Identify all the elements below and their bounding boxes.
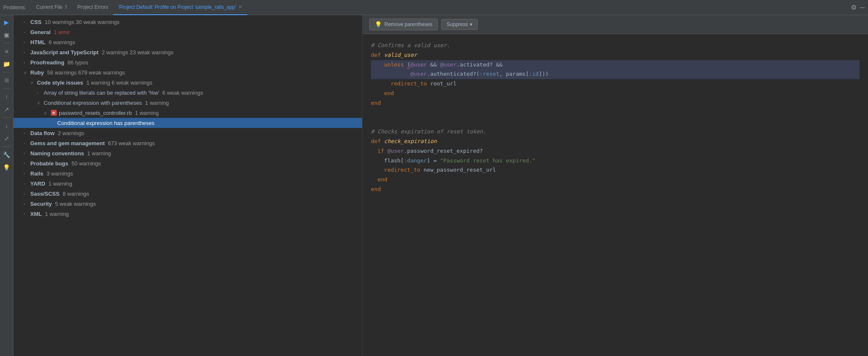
tree-item-password-resets[interactable]: ∨ R password_resets_controller.rb 1 warn… [13, 108, 362, 118]
remove-parens-label: Remove parentheses [384, 21, 432, 27]
layout-button[interactable]: ▣ [1, 29, 12, 40]
chevron-icon: › [37, 90, 44, 95]
tree-item-code-style[interactable]: ∨ Code style issues 1 warning 6 weak war… [13, 77, 362, 88]
down-button[interactable]: ↓ [1, 120, 12, 131]
filter-icon: ⊟ [5, 77, 9, 83]
tree-panel: › CSS 10 warnings 30 weak warnings › Gen… [13, 15, 363, 356]
code-line: def valid_user [371, 50, 860, 60]
bulb-icon: 💡 [3, 164, 10, 171]
suppress-button[interactable]: Suppress ▾ [441, 19, 478, 30]
toolbar-separator [3, 43, 11, 43]
code-line-blank [371, 117, 860, 127]
sort-button[interactable]: ≡ [1, 46, 12, 57]
tree-item-sass[interactable]: › Sass/SCSS 8 warnings [13, 189, 362, 199]
folder-icon: 📁 [3, 61, 10, 67]
chevron-icon: › [24, 171, 30, 176]
filter-button[interactable]: ⊟ [1, 75, 12, 86]
bulb-button[interactable]: 💡 [1, 162, 12, 173]
tree-item-cond-has-parens[interactable]: Conditional expression has parentheses [13, 118, 362, 128]
tree-item-cond-parens[interactable]: ∨ Conditional expression with parenthese… [13, 98, 362, 108]
action-bar: 💡 Remove parentheses Suppress ▾ [363, 15, 868, 34]
run-icon: ▶ [4, 19, 9, 26]
tree-item-probable-bugs[interactable]: › Probable bugs 50 warnings [13, 158, 362, 168]
code-line: end [371, 175, 860, 185]
down-icon: ↓ [5, 122, 8, 129]
tree-item-data-flow[interactable]: › Data flow 2 warnings [13, 128, 362, 138]
chevron-icon: › [24, 131, 30, 135]
code-view: # Confirms a valid user. def valid_user … [363, 34, 868, 356]
code-line-highlight-2: @user.authenticated?(:reset, params[:id]… [371, 69, 860, 79]
chevron-icon: › [24, 191, 30, 196]
tab-project-errors[interactable]: Project Errors [72, 0, 113, 15]
chevron-icon: › [24, 60, 30, 65]
expand-button[interactable]: ⤢ [1, 133, 12, 144]
remove-parentheses-button[interactable]: 💡 Remove parentheses [369, 19, 438, 30]
code-line: redirect_to new_password_reset_url [371, 165, 860, 175]
chevron-icon: › [24, 20, 30, 24]
tree-item-security[interactable]: › Security 5 weak warnings [13, 199, 362, 209]
code-line: # Checks expiration of reset token. [371, 127, 860, 137]
settings-icon[interactable]: ⚙ [851, 3, 857, 11]
tree-item-js[interactable]: › JavaScript and TypeScript 2 warnings 2… [13, 47, 362, 57]
folder-button[interactable]: 📁 [1, 58, 12, 69]
tree-item-general[interactable]: › General 1 error [13, 27, 362, 37]
tree-item-css[interactable]: › CSS 10 warnings 30 weak warnings [13, 17, 362, 27]
code-line: # Confirms a valid user. [371, 41, 860, 50]
main-area: ▶ ▣ ≡ 📁 ⊟ ↑ ↗ ↓ ⤢ 🔧 [0, 15, 868, 356]
tab-profile[interactable]: 'Project Default' Profile on Project 'sa… [113, 0, 247, 15]
tree-item-array-strings[interactable]: › Array of string literals can be replac… [13, 88, 362, 98]
wrench-icon: 🔧 [3, 151, 10, 158]
chevron-icon: › [24, 181, 30, 186]
tree-item-naming[interactable]: › Naming conventions 1 warning [13, 148, 362, 158]
chevron-icon: › [24, 161, 30, 166]
export-icon: ↗ [4, 106, 9, 113]
chevron-icon [50, 121, 57, 125]
suppress-label: Suppress [447, 21, 468, 27]
chevron-icon: › [24, 151, 30, 156]
chevron-icon: › [24, 212, 30, 216]
toolbar-separator-3 [3, 88, 11, 89]
tree-item-proofreading[interactable]: › Proofreading 86 typos [13, 57, 362, 67]
layout-icon: ▣ [4, 32, 9, 38]
tree-item-gems[interactable]: › Gems and gem management 673 weak warni… [13, 138, 362, 148]
chevron-icon: › [24, 30, 30, 35]
code-line: end [371, 89, 860, 98]
tab-current-file[interactable]: Current File 7 [31, 0, 72, 15]
chevron-icon: › [24, 40, 30, 45]
toolbar-separator-5 [3, 146, 11, 147]
code-line-highlight: unless (@user && @user.activated? && [371, 60, 860, 70]
chevron-icon: › [24, 50, 30, 55]
code-line: redirect_to root_url [371, 79, 860, 89]
tree-item-yard[interactable]: › YARD 1 warning [13, 178, 362, 189]
close-tab-icon[interactable]: ✕ [238, 4, 242, 10]
code-line: def check_expiration [371, 137, 860, 146]
wrench-button[interactable]: 🔧 [1, 149, 12, 160]
code-line: if @user.password_reset_expired? [371, 146, 860, 156]
chevron-icon: ∨ [24, 70, 30, 75]
tree-item-xml[interactable]: › XML 1 warning [13, 209, 362, 219]
tree-item-rails[interactable]: › Rails 3 warnings [13, 168, 362, 178]
minimize-icon[interactable]: ─ [860, 4, 865, 11]
code-line: flash[:danger] = "Password reset has exp… [371, 156, 860, 166]
run-button[interactable]: ▶ [1, 17, 12, 28]
chevron-icon: ∨ [44, 111, 50, 115]
tree-item-ruby[interactable]: ∨ Ruby 58 warnings 679 weak warnings [13, 67, 362, 77]
left-toolbar: ▶ ▣ ≡ 📁 ⊟ ↑ ↗ ↓ ⤢ 🔧 [0, 15, 13, 356]
code-line: end [371, 98, 860, 108]
dropdown-arrow-icon: ▾ [470, 21, 472, 27]
toolbar-separator-2 [3, 72, 11, 72]
ruby-file-icon: R [50, 109, 57, 116]
code-line: end [371, 185, 860, 194]
code-line-blank [371, 108, 860, 118]
chevron-icon: ∨ [30, 80, 37, 85]
chevron-icon: › [24, 141, 30, 146]
code-panel: 💡 Remove parentheses Suppress ▾ # Confir… [363, 15, 868, 356]
sort-icon: ≡ [5, 48, 8, 55]
expand-icon: ⤢ [4, 135, 9, 142]
tree-item-html[interactable]: › HTML 6 warnings [13, 37, 362, 47]
tab-bar: Problems: Current File 7 Project Errors … [0, 0, 868, 15]
chevron-icon: › [24, 202, 30, 206]
export-button[interactable]: ↗ [1, 104, 12, 115]
bulb-icon: 💡 [375, 21, 382, 28]
up-button[interactable]: ↑ [1, 91, 12, 102]
